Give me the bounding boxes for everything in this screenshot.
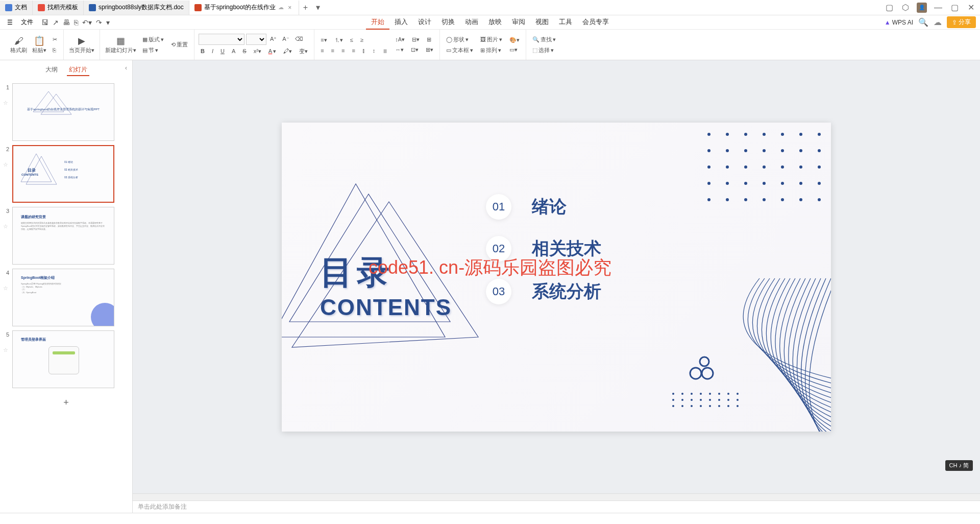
outline-button[interactable]: ▭▾ xyxy=(507,45,522,54)
image-button[interactable]: 🖼 图片▾ xyxy=(478,35,504,44)
wps-ai-button[interactable]: ▲WPS AI xyxy=(885,19,913,26)
format-painter-button[interactable]: 🖌格式刷 xyxy=(9,34,28,55)
ime-indicator[interactable]: CH ♪ 简 xyxy=(945,460,973,471)
strike-button[interactable]: S xyxy=(240,46,248,56)
tab-start[interactable]: 开始 xyxy=(366,15,389,30)
layout-icon[interactable]: ▢ xyxy=(884,3,894,13)
find-button[interactable]: 🔍 查找▾ xyxy=(530,35,558,44)
star-icon[interactable]: ☆ xyxy=(3,153,9,168)
increase-indent-button[interactable]: ≥ xyxy=(358,35,365,45)
slide-canvas[interactable]: 目录 CONTENTS code51. cn-源码乐园盗图必究 01 绪论 02… xyxy=(282,123,831,432)
new-slide-button[interactable]: ▦新建幻灯片▾ xyxy=(104,34,137,55)
smartart2-button[interactable]: ⊞▾ xyxy=(424,45,435,54)
font-color-button[interactable]: A▾ xyxy=(266,46,278,56)
tab-insert[interactable]: 插入 xyxy=(389,15,413,30)
paste-button[interactable]: 📋粘贴▾ xyxy=(31,34,47,55)
numbering-button[interactable]: ⒈▾ xyxy=(332,35,345,45)
file-menu[interactable]: 文件 xyxy=(18,17,36,28)
align-text-button[interactable]: ⊟▾ xyxy=(410,35,422,44)
select-button[interactable]: ⬚ 选择▾ xyxy=(530,45,558,55)
distribute-button[interactable]: ⫿ xyxy=(360,46,368,55)
slide-thumb-5[interactable]: 管理员登录界面 xyxy=(12,330,114,388)
align-right-button[interactable]: ≡ xyxy=(339,46,347,55)
tab-word-doc[interactable]: springboot88sly数据库文档.doc xyxy=(84,1,189,15)
toc-item-3[interactable]: 03 系统分析 xyxy=(486,279,601,304)
tab-review[interactable]: 审阅 xyxy=(507,15,530,30)
notes-area[interactable]: 单击此处添加备注 xyxy=(133,501,980,513)
bullets-button[interactable]: ≡▾ xyxy=(318,35,329,45)
star-icon[interactable]: ☆ xyxy=(3,91,9,106)
tab-template[interactable]: 找稻壳模板 xyxy=(33,1,84,15)
highlight-button[interactable]: 🖍▾ xyxy=(281,46,294,56)
slide-canvas-area[interactable]: 目录 CONTENTS code51. cn-源码乐园盗图必究 01 绪论 02… xyxy=(133,60,980,493)
new-tab-button[interactable]: + xyxy=(299,3,312,12)
tab-slideshow[interactable]: 放映 xyxy=(483,15,507,30)
slide-thumb-3[interactable]: 课题的研究背景 随着互联网技术的发展和普及越来越多的教育机构开始采用在线教学系统… xyxy=(12,207,114,265)
align-center-button[interactable]: ≡ xyxy=(329,46,336,55)
fill-button[interactable]: 🎨▾ xyxy=(507,36,522,44)
tab-ppt-active[interactable]: 基于springboot的在线作业☁× xyxy=(189,1,299,15)
align-left-button[interactable]: ≡ xyxy=(318,46,326,55)
reset-button[interactable]: ⟲ 重置 xyxy=(169,40,190,50)
arrange-button[interactable]: ⊞ 排列▾ xyxy=(478,45,504,55)
tab-animation[interactable]: 动画 xyxy=(460,15,483,30)
redo-icon[interactable]: ↷ xyxy=(96,18,102,27)
avatar-icon[interactable]: 👤 xyxy=(917,3,927,13)
italic-button[interactable]: I xyxy=(210,46,215,56)
decrease-font-button[interactable]: A⁻ xyxy=(280,34,291,45)
cube-icon[interactable]: ⬡ xyxy=(900,3,911,13)
cloud-sync-icon[interactable]: ☁ xyxy=(934,17,942,27)
slide-thumb-1[interactable]: 基于springboot的在线作业管理系统的设计与实现PPT xyxy=(12,83,114,141)
column-button[interactable]: ⫼ xyxy=(380,46,390,55)
star-icon[interactable]: ☆ xyxy=(3,215,9,230)
copy-button[interactable]: ⎘ xyxy=(51,46,59,54)
bold-button[interactable]: B xyxy=(199,46,207,56)
justify-button[interactable]: ≡ xyxy=(350,46,357,55)
hamburger-icon[interactable]: ☰ xyxy=(4,18,16,27)
star-icon[interactable]: ☆ xyxy=(3,277,9,292)
margins-button[interactable]: ⊡▾ xyxy=(409,45,421,54)
text-direction-button[interactable]: ↕A▾ xyxy=(393,35,407,44)
share-button[interactable]: ⇪ 分享 xyxy=(947,16,976,28)
undo-icon[interactable]: ↶▾ xyxy=(82,18,92,27)
export-icon[interactable]: ↗ xyxy=(53,18,59,27)
line-spacing-button[interactable]: ↕ xyxy=(371,46,378,55)
decrease-indent-button[interactable]: ≤ xyxy=(348,35,355,45)
outline-tab[interactable]: 大纲 xyxy=(43,64,60,76)
tab-design[interactable]: 设计 xyxy=(413,15,436,30)
tab-tools[interactable]: 工具 xyxy=(554,15,577,30)
textbox-button[interactable]: ▭ 文本框▾ xyxy=(444,45,475,55)
start-slideshow-button[interactable]: ▶当页开始▾ xyxy=(68,34,95,55)
close-button[interactable]: ✕ xyxy=(966,3,976,13)
save-icon[interactable]: 🖫 xyxy=(41,18,48,27)
pinyin-button[interactable]: 变▾ xyxy=(297,46,310,56)
clear-format-button[interactable]: ⌫ xyxy=(293,34,305,45)
superscript-button[interactable]: x²▾ xyxy=(252,46,263,56)
tab-member[interactable]: 会员专享 xyxy=(577,15,614,30)
font-size-select[interactable] xyxy=(246,34,266,45)
add-slide-button[interactable]: + xyxy=(3,392,129,413)
maximize-button[interactable]: ▢ xyxy=(949,3,960,13)
collapse-icon[interactable]: ‹ xyxy=(125,64,127,72)
smartart-button[interactable]: ⊞ xyxy=(425,35,433,44)
font-family-select[interactable] xyxy=(199,34,244,45)
shape-button[interactable]: ◯ 形状▾ xyxy=(444,35,475,44)
slide-thumb-2[interactable]: 目录 CONTENTS 01 绪论 02 相关技术 03 系统分析 xyxy=(12,145,114,203)
horizontal-scrollbar[interactable] xyxy=(133,493,980,501)
underline-button[interactable]: U xyxy=(218,46,227,56)
slides-tab[interactable]: 幻灯片 xyxy=(67,64,89,76)
cut-button[interactable]: ✂ xyxy=(51,35,59,44)
tab-transition[interactable]: 切换 xyxy=(436,15,460,30)
slide-thumb-4[interactable]: SpringBoot框架介绍 SpringBoot是基于Spring框架的快速开… xyxy=(12,269,114,326)
shadow-button[interactable]: A xyxy=(230,46,237,56)
minimize-button[interactable]: — xyxy=(933,3,943,13)
qat-dropdown[interactable]: ▾ xyxy=(106,18,110,27)
section-button[interactable]: ▤ 节▾ xyxy=(140,45,166,55)
preview-icon[interactable]: ⎘ xyxy=(74,18,78,27)
star-icon[interactable]: ☆ xyxy=(3,339,9,353)
tab-menu-dropdown[interactable]: ▾ xyxy=(312,3,324,12)
spacing-button[interactable]: ↔▾ xyxy=(393,45,406,54)
increase-font-button[interactable]: A⁺ xyxy=(268,34,279,45)
tab-docs[interactable]: 文档 xyxy=(0,1,33,15)
print-icon[interactable]: 🖶 xyxy=(63,18,70,27)
